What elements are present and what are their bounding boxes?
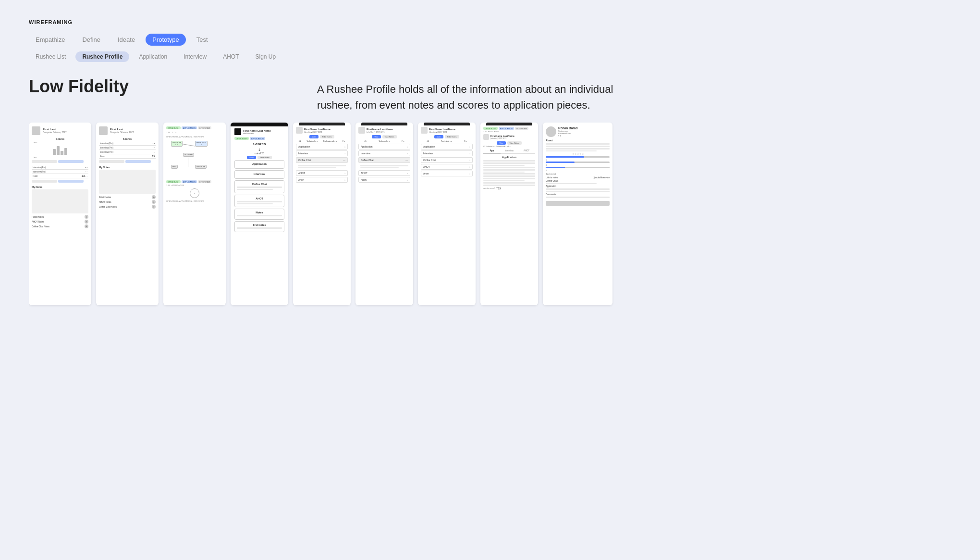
wf2-links-btn [99,160,124,163]
tab-define[interactable]: Define [75,34,107,46]
wf7-interview-accordion[interactable]: Interview › [421,150,473,156]
wf2-add-public[interactable]: + [152,195,156,199]
wf9-score-label2: 3 [546,164,610,166]
tab-ideate[interactable]: Ideate [111,34,142,46]
wf8-tab-app[interactable]: App [483,149,501,153]
wf6-app-accordion[interactable]: Application › [358,144,410,149]
wf5-anon-accordion[interactable]: Anon › [296,177,348,183]
wf1-ahot-notes-label: AHOT Notes [32,221,44,223]
wf7-take-notes-btn[interactable]: Take Notes [445,135,459,138]
wf5-take-notes-btn[interactable]: Take Notes [320,135,334,138]
wf6-interview-accordion[interactable]: Interview › [358,150,410,156]
wf8-line5 [483,169,535,171]
page-tab-application[interactable]: Application [132,51,174,62]
wf6-coffee-chat-accordion[interactable]: Coffee Chat — [358,157,410,163]
low-fidelity-title: Low Fidelity [29,76,298,97]
wf9-about-line2 [546,146,610,147]
wf5-name: FirstName LastName (she/they) 3207 3271 [304,128,331,133]
wf7-coffee-chat-accordion[interactable]: Coffee Chat › [421,157,473,163]
wf5-coffee-chat-accordion[interactable]: Coffee Chat — [296,157,348,163]
wf5-app-chevron: › [344,145,345,148]
wf9-coffee-chats-label: Coffee Chats [546,180,558,182]
tab-prototype[interactable]: Prototype [146,34,186,46]
wf4-coffee-chat-box: Coffee Chat [234,180,284,193]
wf4-save-btn[interactable]: Save [247,156,256,159]
wf4-frat-notes-box: Frat Notes [234,221,284,232]
wf8-vote-btn[interactable]: Vote [497,141,505,145]
wf6-anon-accordion[interactable]: Anon › [358,177,410,183]
wf9-technical-label: Technical [546,173,610,175]
wf9-comments-row: Comments [546,193,610,196]
wf9-app-line2 [546,191,610,192]
wf9-progress1 [546,156,610,158]
wf1-add-public[interactable]: + [85,215,88,219]
page-tab-signup[interactable]: Sign Up [249,51,283,62]
wf6-vote-btn[interactable]: Vote [372,135,380,138]
wf8-tab-bar: App Interview AHOT [483,149,535,154]
wf7-app-accordion[interactable]: Application › [421,144,473,149]
wf1-add-ahot[interactable]: + [85,220,88,224]
page-tabs-container: Rushee List Rushee Profile Application I… [29,51,951,62]
page-tab-rushee-list[interactable]: Rushee List [29,51,73,62]
description-text: A Rushee Profile holds all of the inform… [317,81,644,113]
wf2-add-ahot[interactable]: + [152,200,156,204]
wf8-tab-ahot[interactable]: AHOT [518,149,535,153]
wf8-take-notes-btn[interactable]: Take Notes [507,141,522,145]
wf1-add-cc[interactable]: + [85,224,88,228]
wf5-cc-line2 [298,167,336,168]
flow-line-2 [188,158,188,167]
wf4-take-notes-btn[interactable]: Take Notes [257,156,272,159]
wireframes-row: First Last Computer Science, 2027 Scores… [29,123,951,310]
wf7-vote-btn[interactable]: Vote [434,135,443,138]
wf7-interview-chevron: › [469,152,470,155]
wf5-ahot-accordion[interactable]: AHOT › [296,170,348,176]
left-column: Low Fidelity [29,76,298,108]
wf5-phone-bar [299,123,345,125]
wf9-stars: ★★★★★ [546,152,610,155]
wf5-interview-accordion[interactable]: Interview › [296,150,348,156]
wf9-about-title: About [546,139,610,142]
wf9-score-label3: 4 [546,169,610,172]
page-tab-interview[interactable]: Interview [177,51,213,62]
page-tab-ahot[interactable]: AHOT [216,51,245,62]
wf8-name: FirstName LastName (she/they) 3207 3271 [490,135,514,139]
wf5-anon-chevron: › [344,178,345,181]
wf8-scores-row: #1 Technical = x Professional = x F.x [483,146,535,148]
wireframe-8: OPEN RUSH APPLICATION INTERVIEW 1.38 - A… [480,123,538,305]
wf8-line9 [483,178,535,179]
wireframe-9: Rohan Barad Sophomore Business/Econ ♥ ♥ … [543,123,612,305]
wf3-circle: ○ [190,188,199,198]
wf5-vote-btns: Vote Take Notes [296,135,348,138]
wf9-com-line1 [546,197,610,198]
wf6-ahot-accordion[interactable]: AHOT › [358,170,410,176]
wf7-phone-bar [424,123,470,125]
wf4-line2 [237,189,273,190]
bar4 [64,148,67,155]
wf5-avatar [296,127,303,134]
wf6-coffee-chat-content [358,164,410,170]
page-tab-rushee-profile[interactable]: Rushee Profile [75,51,129,62]
wf4-name: First Name Last Name she/her/hers [243,129,271,135]
wf3-tag-interview: INTERVIEW [198,126,211,129]
wf4-line3 [237,201,282,202]
tab-empathize[interactable]: Empathize [29,34,72,46]
wf9-link-video: Link to video [546,176,558,179]
wf6-cc-line2 [360,167,399,168]
wf4-score-num: 1out of 25 [234,148,284,155]
bar3 [61,151,63,155]
wf7-name: FirstName LastName (she/they) 3207 3271 [429,128,455,133]
wf4-application-box: Application [234,160,284,169]
wf7-anon-accordion[interactable]: Anon › [421,171,473,176]
wf3-tag3: APPLICATION [182,180,197,183]
wf8-tab-interview[interactable]: Interview [501,149,518,153]
wf7-ahot-chevron: › [469,165,470,168]
wf6-take-notes-btn[interactable]: Take Notes [382,135,397,138]
wf7-ahot-accordion[interactable]: AHOT › [421,164,473,170]
wf2-add-cc[interactable]: + [152,205,156,209]
wf9-progress2 [546,162,610,163]
wf5-vote-btn[interactable]: Vote [309,135,318,138]
wf4-interview-box: Interview [234,170,284,179]
wf9-name-block: Rohan Barad Sophomore Business/Econ ♥ ♥ [558,126,577,137]
tab-test[interactable]: Test [190,34,215,46]
wf5-app-accordion[interactable]: Application › [296,144,348,149]
